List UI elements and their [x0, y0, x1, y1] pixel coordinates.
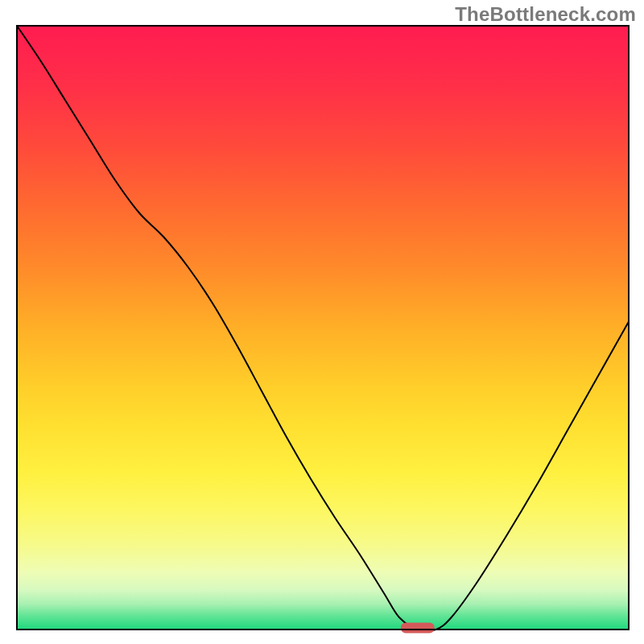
bottleneck-chart: TheBottleneck.com [0, 0, 644, 644]
watermark-text: TheBottleneck.com [455, 3, 636, 26]
optimal-marker [401, 623, 435, 634]
plot-background [17, 26, 629, 630]
bottleneck-plot-svg [0, 0, 644, 644]
